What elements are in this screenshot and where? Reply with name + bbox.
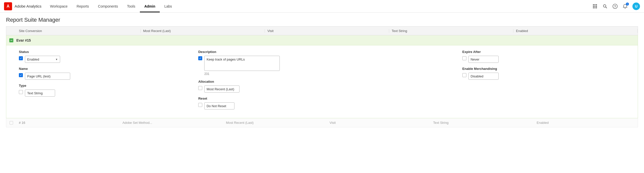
next-row-col4: Visit: [327, 121, 431, 125]
table-header: Site Conversion Most Recent (Last) Visit…: [6, 26, 638, 35]
th-visit: Visit: [265, 29, 389, 33]
svg-rect-3: [593, 6, 594, 7]
chevron-down-icon: ▼: [55, 58, 58, 61]
collapse-icon[interactable]: −: [9, 38, 13, 42]
detail-grid: Status Enabled ▼ Name: [19, 50, 632, 113]
allocation-select[interactable]: Most Recent (Last): [204, 85, 239, 93]
next-row-col6: Enabled: [534, 121, 638, 125]
status-label: Status: [19, 50, 188, 54]
description-checkbox[interactable]: [198, 56, 202, 60]
nav-admin[interactable]: Admin: [140, 0, 160, 12]
next-row-checkbox[interactable]: [10, 121, 13, 125]
evar-toggle-cell[interactable]: −: [6, 38, 16, 42]
svg-rect-2: [596, 4, 597, 5]
th-enabled: Enabled: [513, 29, 638, 33]
allocation-label: Allocation: [198, 80, 452, 83]
svg-line-10: [606, 7, 607, 8]
status-select[interactable]: Enabled ▼: [25, 56, 60, 63]
enable-merchandising-section: Enable Merchandising Disabled: [462, 67, 632, 80]
nav-workspace[interactable]: Workspace: [46, 0, 72, 12]
adobe-logo-icon: A: [4, 2, 12, 10]
nav-reports[interactable]: Reports: [72, 0, 94, 12]
description-textarea-wrapper: 231: [204, 56, 280, 76]
next-row-label: # 16: [16, 121, 120, 125]
nav-tools[interactable]: Tools: [123, 0, 140, 12]
next-row-col3: Most Recent (Last): [223, 121, 327, 125]
enable-merchandising-field-row: Disabled: [462, 73, 632, 80]
bell-icon[interactable]: 1: [622, 4, 628, 9]
enable-merchandising-label: Enable Merchandising: [462, 67, 632, 71]
status-checkbox[interactable]: [19, 56, 23, 60]
nav-labs[interactable]: Labs: [160, 0, 176, 12]
help-icon[interactable]: ?: [612, 4, 618, 9]
svg-rect-7: [594, 7, 595, 8]
allocation-checkbox[interactable]: [198, 86, 202, 90]
col3: Expire After Never Enable Merchandising: [462, 50, 632, 113]
th-site-conversion: Site Conversion: [16, 29, 141, 33]
name-checkbox[interactable]: [19, 73, 23, 77]
evar-name: Evar #15: [16, 38, 31, 42]
type-label: Type: [19, 84, 188, 88]
reset-field-row: Do Not Reset: [198, 102, 452, 109]
expire-after-section: Expire After Never: [462, 50, 632, 63]
app-name: Adobe Analytics: [15, 4, 42, 8]
page-content: Report Suite Manager Site Conversion Mos…: [0, 13, 644, 127]
evar-detail-panel: Status Enabled ▼ Name: [6, 45, 638, 118]
svg-rect-8: [596, 7, 597, 8]
page-title: Report Suite Manager: [6, 17, 638, 23]
type-select[interactable]: Text String: [25, 90, 55, 97]
reset-checkbox[interactable]: [198, 103, 202, 107]
name-label: Name: [19, 67, 188, 71]
bell-badge: 1: [626, 3, 629, 6]
svg-rect-1: [594, 4, 595, 5]
description-section: Description 231: [198, 50, 452, 76]
description-label: Description: [198, 50, 452, 54]
reset-label: Reset: [198, 97, 452, 100]
type-checkbox[interactable]: [19, 90, 23, 94]
nav-items: Workspace Reports Components Tools Admin…: [46, 0, 177, 12]
svg-rect-4: [594, 6, 595, 7]
th-text-string: Text String: [389, 29, 513, 33]
apps-grid-icon[interactable]: [592, 4, 598, 9]
type-section: Type Text String: [19, 84, 188, 97]
nav-components[interactable]: Components: [94, 0, 123, 12]
navbar: A Adobe Analytics Workspace Reports Comp…: [0, 0, 644, 13]
reset-section: Reset Do Not Reset: [198, 97, 452, 109]
th-most-recent: Most Recent (Last): [141, 29, 265, 33]
user-avatar[interactable]: U: [632, 3, 640, 10]
app-logo[interactable]: A Adobe Analytics: [4, 2, 42, 10]
navbar-right: ? 1 U: [592, 3, 640, 10]
reset-select[interactable]: Do Not Reset: [204, 102, 234, 109]
next-row-col5: Text String: [431, 121, 534, 125]
col1: Status Enabled ▼ Name: [19, 50, 188, 113]
allocation-field-row: Most Recent (Last): [198, 85, 452, 93]
enable-merchandising-select[interactable]: Disabled: [468, 73, 499, 80]
svg-rect-5: [596, 6, 597, 7]
expire-after-field-row: Never: [462, 56, 632, 63]
char-count: 231: [204, 72, 280, 76]
name-input[interactable]: [25, 73, 70, 80]
svg-text:?: ?: [614, 5, 616, 8]
expire-after-checkbox[interactable]: [462, 56, 466, 60]
name-field-row: [19, 73, 188, 80]
evar-row[interactable]: − Evar #15: [6, 35, 638, 45]
svg-rect-0: [593, 4, 594, 5]
search-icon[interactable]: [602, 4, 608, 9]
description-field-row: 231: [198, 56, 452, 76]
col2: Description 231 Allocation: [198, 50, 452, 113]
status-field-row: Enabled ▼: [19, 56, 188, 63]
type-field-row: Text String: [19, 90, 188, 97]
expire-after-label: Expire After: [462, 50, 632, 54]
allocation-section: Allocation Most Recent (Last): [198, 80, 452, 93]
enable-merchandising-checkbox[interactable]: [462, 73, 466, 77]
svg-rect-6: [593, 7, 594, 8]
status-section: Status Enabled ▼: [19, 50, 188, 63]
name-section: Name: [19, 67, 188, 80]
next-evar-row[interactable]: # 16 Adobe Set Method... Most Recent (La…: [6, 118, 638, 127]
description-textarea[interactable]: [204, 56, 280, 71]
next-row-col2: Adobe Set Method...: [120, 121, 224, 125]
expire-after-select[interactable]: Never: [468, 56, 499, 63]
